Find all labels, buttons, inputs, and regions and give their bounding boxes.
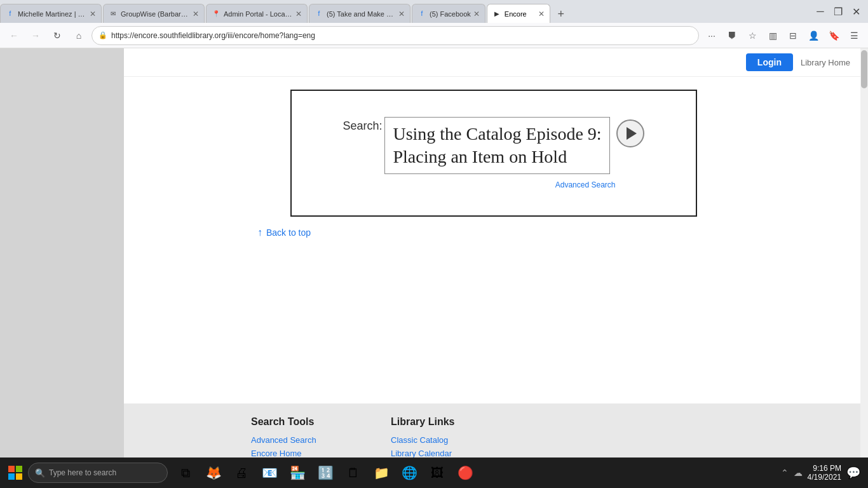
- nav-bar: ← → ↻ ⌂ 🔒 https://encore.southfieldlibra…: [0, 23, 868, 48]
- back-button[interactable]: ←: [5, 27, 23, 44]
- taskbar-time: 9:16 PM: [808, 464, 841, 473]
- address-bar[interactable]: 🔒 https://encore.southfieldlibrary.org/i…: [92, 26, 699, 45]
- pocket-button[interactable]: ⛊: [723, 27, 741, 44]
- tab-close-button[interactable]: ✕: [193, 10, 199, 18]
- url-text: https://encore.southfieldlibrary.org/iii…: [111, 31, 315, 40]
- tab-close-button[interactable]: ✕: [398, 10, 405, 18]
- taskbar-icon-hp-icon[interactable]: 🖨: [229, 460, 254, 485]
- taskbar-icon-store[interactable]: 🏪: [285, 460, 310, 485]
- taskbar-search-placeholder: Type here to search: [49, 468, 116, 477]
- minimize-button[interactable]: ─: [813, 4, 827, 18]
- taskbar-icon-firefox[interactable]: 🦊: [201, 460, 226, 485]
- main-area: Search: Using the Catalog Episode 9: Pla…: [124, 77, 863, 403]
- search-label: Search:: [342, 119, 382, 133]
- video-title-line1: Using the Catalog Episode 9:: [393, 124, 601, 144]
- up-arrow-icon: ↑: [257, 227, 262, 238]
- bookmark-button[interactable]: ☆: [743, 27, 761, 44]
- taskbar-icon-mail[interactable]: 📧: [257, 460, 282, 485]
- refresh-button[interactable]: ↻: [48, 27, 66, 44]
- site-header: Login Library Home: [124, 48, 863, 77]
- svg-rect-0: [8, 466, 15, 472]
- taskbar-icons: ⧉🦊🖨📧🏪🔢🗒📁🌐🖼🔴: [173, 460, 781, 485]
- svg-rect-3: [16, 473, 22, 480]
- advanced-search-link[interactable]: Advanced Search: [555, 180, 616, 189]
- gray-area-left: [0, 48, 124, 488]
- tab-title: Michelle Martinez | Face: [18, 10, 87, 18]
- footer-search-tools-link[interactable]: Advanced Search: [251, 435, 353, 445]
- tab-favicon: ✉: [109, 10, 118, 18]
- taskbar-icon-photos[interactable]: 🖼: [424, 460, 450, 485]
- page-content: Login Library Home Search: Using the Cat…: [0, 48, 868, 488]
- library-home-link[interactable]: Library Home: [801, 58, 850, 67]
- video-title-line2: Placing an Item on Hold: [393, 147, 567, 166]
- windows-logo-icon: [8, 465, 23, 480]
- search-tools-heading: Search Tools: [251, 416, 353, 428]
- tab-strip: f Michelle Martinez | Face ✕ ✉ GroupWise…: [0, 0, 808, 23]
- login-button[interactable]: Login: [746, 53, 793, 71]
- video-title-box: Using the Catalog Episode 9: Placing an …: [384, 117, 609, 175]
- main-content: Login Library Home Search: Using the Cat…: [124, 48, 863, 488]
- taskbar: 🔍 Type here to search ⧉🦊🖨📧🏪🔢🗒📁🌐🖼🔴 ⌃ ☁ 9:…: [0, 458, 868, 488]
- tab-tab2[interactable]: ✉ GroupWise (Barbara Klim ✕: [103, 4, 205, 23]
- taskbar-search-box[interactable]: 🔍 Type here to search: [28, 463, 168, 483]
- svg-rect-2: [8, 473, 15, 480]
- taskbar-clock[interactable]: 9:16 PM 4/19/2021: [808, 464, 841, 482]
- synced-tabs-button[interactable]: ⊟: [784, 27, 802, 44]
- footer-search-tools-link[interactable]: Encore Home: [251, 449, 353, 458]
- tab-close-button[interactable]: ✕: [295, 10, 302, 18]
- tab-tab6[interactable]: ▶ Encore ✕: [487, 4, 550, 23]
- search-row: Search: Using the Catalog Episode 9: Pla…: [304, 117, 683, 175]
- tab-favicon: f: [417, 10, 426, 18]
- start-button[interactable]: [3, 460, 28, 485]
- title-bar-controls: ─ ❐ ✕: [808, 0, 868, 23]
- nav-actions: ··· ⛊ ☆ ▥ ⊟ 👤 🔖 ☰: [703, 27, 863, 44]
- taskbar-date: 4/19/2021: [808, 473, 841, 482]
- new-tab-button[interactable]: +: [552, 5, 571, 23]
- tab-tab4[interactable]: f (5) Take and Make Citize ✕: [309, 4, 410, 23]
- tab-close-button[interactable]: ✕: [90, 10, 96, 18]
- tab-favicon: ▶: [492, 10, 501, 18]
- taskbar-icon-calculator[interactable]: 🔢: [313, 460, 338, 485]
- notification-button[interactable]: 💬: [846, 466, 860, 480]
- tab-favicon: f: [6, 10, 15, 18]
- tab-tab1[interactable]: f Michelle Martinez | Face ✕: [0, 4, 102, 23]
- back-to-top[interactable]: ↑ Back to top: [251, 217, 736, 248]
- play-icon: [627, 127, 637, 140]
- scrollbar-track[interactable]: [860, 48, 868, 488]
- tab-title: GroupWise (Barbara Klim: [121, 10, 190, 18]
- close-button[interactable]: ✕: [849, 4, 863, 18]
- taskbar-icon-notes[interactable]: 🗒: [341, 460, 366, 485]
- taskbar-icon-task-view[interactable]: ⧉: [173, 460, 198, 485]
- restore-button[interactable]: ❐: [831, 4, 845, 18]
- forward-button[interactable]: →: [27, 27, 44, 44]
- taskbar-icon-edge[interactable]: 🌐: [397, 460, 422, 485]
- system-tray-icons: ⌃: [781, 468, 789, 478]
- content-wrapper: Login Library Home Search: Using the Cat…: [0, 48, 868, 488]
- footer-library-links-link[interactable]: Library Calendar: [391, 449, 492, 458]
- dropbox-icon[interactable]: ☁: [794, 468, 803, 478]
- home-button[interactable]: ⌂: [70, 27, 88, 44]
- tab-close-button[interactable]: ✕: [473, 10, 480, 18]
- taskbar-icon-unknown-red[interactable]: 🔴: [452, 460, 478, 485]
- tab-close-button[interactable]: ✕: [538, 10, 545, 18]
- account-button[interactable]: 👤: [804, 27, 822, 44]
- extensions-button[interactable]: 🔖: [825, 27, 843, 44]
- play-button[interactable]: [616, 119, 644, 147]
- library-links-heading: Library Links: [391, 416, 492, 428]
- search-icon: 🔍: [35, 468, 45, 478]
- tab-title: (5) Take and Make Citize: [327, 10, 396, 18]
- tab-tab3[interactable]: 📍 Admin Portal - LocalHo ✕: [206, 4, 308, 23]
- tab-title: Encore: [505, 10, 536, 18]
- lock-icon: 🔒: [98, 31, 107, 39]
- taskbar-icon-file-explorer[interactable]: 📁: [369, 460, 394, 485]
- svg-rect-1: [16, 466, 22, 472]
- more-options-button[interactable]: ···: [703, 27, 721, 44]
- scrollbar-thumb[interactable]: [861, 50, 867, 88]
- hamburger-menu[interactable]: ☰: [845, 27, 863, 44]
- tab-favicon: 📍: [212, 10, 220, 18]
- tab-tab5[interactable]: f (5) Facebook ✕: [412, 4, 485, 23]
- sidebar-button[interactable]: ▥: [764, 27, 782, 44]
- tab-favicon: f: [315, 10, 323, 18]
- back-to-top-label: Back to top: [266, 227, 311, 238]
- footer-library-links-link[interactable]: Classic Catalog: [391, 435, 492, 445]
